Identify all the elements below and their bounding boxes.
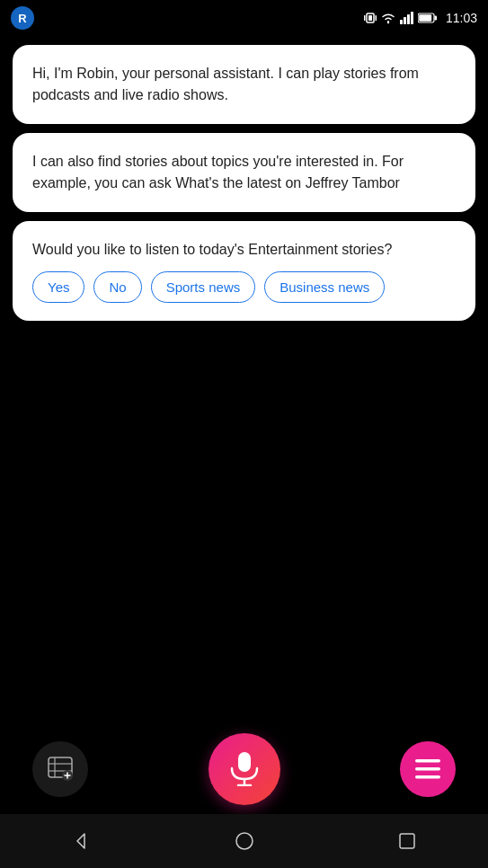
svg-rect-6 bbox=[404, 17, 406, 24]
recents-button[interactable] bbox=[397, 831, 417, 851]
svg-rect-5 bbox=[400, 20, 403, 24]
status-bar-right: 11:03 bbox=[364, 11, 477, 25]
svg-rect-3 bbox=[375, 15, 377, 21]
microphone-icon bbox=[229, 752, 260, 786]
chat-area: Hi, I'm Robin, your personal assistant. … bbox=[0, 36, 488, 330]
svg-point-26 bbox=[236, 833, 253, 849]
svg-rect-2 bbox=[364, 15, 366, 21]
home-button[interactable] bbox=[235, 831, 254, 851]
vibrate-icon bbox=[364, 11, 377, 25]
app-icon: R bbox=[11, 6, 34, 30]
svg-rect-1 bbox=[368, 15, 372, 21]
svg-rect-24 bbox=[415, 775, 440, 779]
svg-rect-27 bbox=[400, 834, 414, 848]
quick-replies: Yes No Sports news Business news bbox=[32, 271, 456, 303]
back-button[interactable] bbox=[72, 831, 92, 851]
svg-rect-23 bbox=[415, 767, 440, 771]
time-display: 11:03 bbox=[446, 11, 477, 25]
back-icon bbox=[72, 831, 92, 851]
battery-icon bbox=[418, 13, 438, 23]
svg-rect-19 bbox=[238, 752, 251, 772]
globe-icon bbox=[47, 756, 74, 783]
chat-bubble-1: Hi, I'm Robin, your personal assistant. … bbox=[13, 45, 475, 124]
microphone-button[interactable] bbox=[209, 733, 280, 805]
signal-icon bbox=[400, 12, 414, 24]
status-bar: R bbox=[0, 0, 488, 36]
nav-bar bbox=[0, 814, 488, 868]
svg-rect-10 bbox=[419, 14, 431, 22]
svg-point-4 bbox=[387, 22, 389, 23]
status-icons bbox=[364, 11, 438, 25]
wifi-icon bbox=[380, 12, 396, 24]
chat-bubble-2: I can also find stories about topics you… bbox=[13, 133, 475, 212]
chat-bubble-3: Would you like to listen to today's Ente… bbox=[13, 221, 475, 321]
menu-button[interactable] bbox=[400, 741, 456, 797]
recents-icon bbox=[397, 831, 417, 851]
globe-button[interactable] bbox=[32, 741, 88, 797]
svg-rect-7 bbox=[407, 14, 410, 24]
svg-marker-25 bbox=[77, 834, 84, 848]
status-bar-left: R bbox=[11, 6, 34, 30]
sports-news-button[interactable]: Sports news bbox=[151, 271, 256, 303]
no-button[interactable]: No bbox=[93, 271, 141, 303]
bottom-area bbox=[0, 733, 488, 805]
svg-rect-22 bbox=[415, 759, 440, 763]
svg-rect-11 bbox=[434, 16, 437, 21]
home-icon bbox=[235, 831, 254, 851]
business-news-button[interactable]: Business news bbox=[264, 271, 385, 303]
svg-rect-8 bbox=[411, 12, 413, 24]
menu-icon bbox=[415, 759, 440, 779]
yes-button[interactable]: Yes bbox=[32, 271, 84, 303]
